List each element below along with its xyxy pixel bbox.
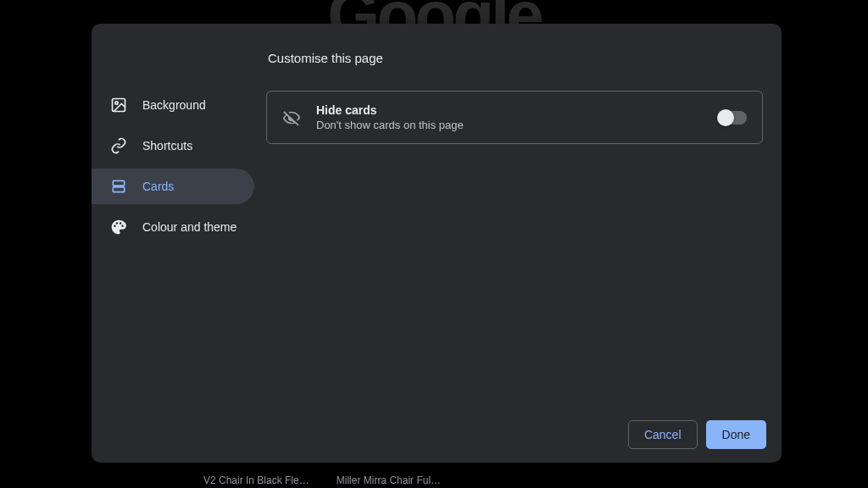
main-panel: Customise this page Hide cards Don't sho… xyxy=(261,24,782,410)
sidebar-item-cards[interactable]: Cards xyxy=(92,169,254,204)
hide-cards-option: Hide cards Don't show cards on this page xyxy=(266,91,763,144)
panel-title: Customise this page xyxy=(268,51,763,65)
svg-rect-3 xyxy=(113,187,124,192)
sidebar: Background Shortcuts C xyxy=(92,24,261,410)
sidebar-item-colour-theme[interactable]: Colour and theme xyxy=(92,209,254,245)
cancel-button[interactable]: Cancel xyxy=(628,420,698,449)
customise-dialog: Background Shortcuts C xyxy=(92,24,782,463)
sidebar-item-label: Background xyxy=(142,98,206,112)
option-title: Hide cards xyxy=(316,103,703,117)
svg-point-1 xyxy=(115,102,118,104)
palette-icon xyxy=(110,219,127,236)
sidebar-item-label: Shortcuts xyxy=(142,139,192,152)
done-button[interactable]: Done xyxy=(706,420,766,449)
sidebar-item-label: Cards xyxy=(142,180,174,193)
svg-rect-2 xyxy=(113,180,124,186)
bg-shortcut-label: Miller Mirra Chair Ful… xyxy=(337,474,441,486)
option-description: Don't show cards on this page xyxy=(316,119,703,131)
link-icon xyxy=(110,137,127,154)
option-text: Hide cards Don't show cards on this page xyxy=(316,103,703,131)
toggle-knob xyxy=(717,109,734,126)
cards-icon xyxy=(110,178,127,195)
dialog-footer: Cancel Done xyxy=(92,410,782,463)
sidebar-item-shortcuts[interactable]: Shortcuts xyxy=(92,128,254,164)
dialog-body: Background Shortcuts C xyxy=(92,24,782,410)
sidebar-item-background[interactable]: Background xyxy=(92,87,254,123)
sidebar-item-label: Colour and theme xyxy=(142,220,236,234)
bg-shortcut-label: V2 Chair In Black Fle… xyxy=(203,474,309,486)
image-icon xyxy=(110,97,127,114)
visibility-off-icon xyxy=(282,108,301,127)
hide-cards-toggle[interactable] xyxy=(718,111,747,125)
background-shortcut-row: V2 Chair In Black Fle… Miller Mirra Chai… xyxy=(203,474,441,486)
